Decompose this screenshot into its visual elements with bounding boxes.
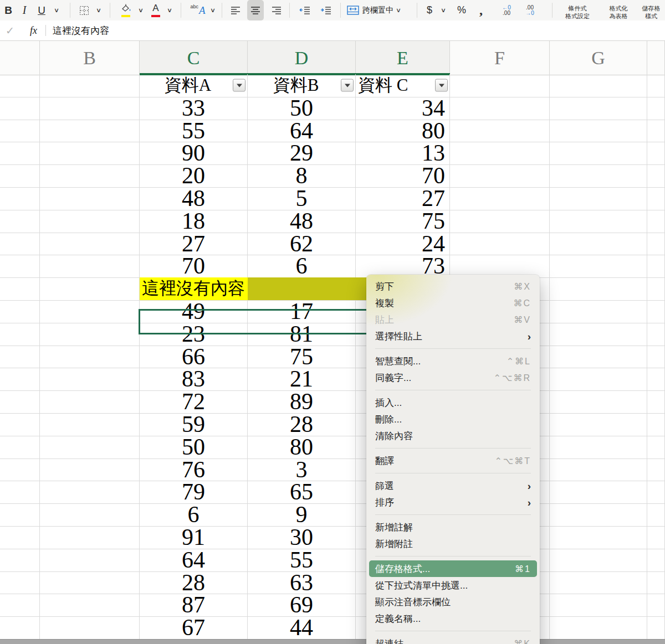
menu-item-smart-lookup[interactable]: 智慧查閱...⌃⌘L (366, 353, 540, 369)
cell-G4[interactable] (550, 142, 647, 165)
cell-G21[interactable] (550, 526, 647, 549)
cell-B15[interactable] (40, 390, 140, 414)
currency-format-button[interactable]: $ (423, 0, 436, 20)
cell-G19[interactable] (550, 481, 647, 504)
cell-B2[interactable] (40, 97, 140, 120)
cell-edgeR24[interactable] (647, 594, 665, 617)
cell-edgeR9[interactable] (647, 255, 665, 278)
cell-B17[interactable] (40, 436, 140, 459)
menu-item-cut[interactable]: 剪下⌘X (366, 278, 540, 295)
cell-D24[interactable]: 69 (248, 594, 356, 617)
fill-color-button[interactable] (117, 0, 134, 20)
cell-D14[interactable]: 21 (248, 368, 356, 391)
cell-F8[interactable] (450, 233, 550, 256)
cell-C13[interactable]: 66 (140, 346, 248, 369)
cell-B24[interactable] (40, 594, 140, 617)
cell-B22[interactable] (40, 549, 140, 572)
menu-item-clear-contents[interactable]: 清除內容 (366, 427, 540, 444)
text-effects-dropdown-chevron-icon[interactable]: ∨ (207, 0, 218, 20)
cell-G9[interactable] (550, 255, 647, 278)
cell-G22[interactable] (550, 549, 647, 572)
cell-C4[interactable]: 90 (140, 142, 248, 165)
cell-F5[interactable] (450, 164, 550, 188)
cell-B4[interactable] (40, 142, 140, 165)
cell-edgeR18[interactable] (647, 458, 665, 482)
align-left-button[interactable] (227, 0, 244, 20)
menu-item-define-name[interactable]: 定義名稱... (366, 610, 540, 627)
align-right-button[interactable] (268, 0, 285, 20)
cell-D22[interactable]: 55 (248, 549, 356, 572)
cell-D17[interactable]: 80 (248, 436, 356, 459)
cell-C3[interactable]: 55 (140, 120, 248, 143)
menu-item-new-note[interactable]: 新增附註 (366, 535, 540, 552)
cell-E8[interactable]: 24 (356, 233, 450, 256)
menu-item-hyperlink[interactable]: 超連結...⌘K (366, 635, 540, 644)
cell-B23[interactable] (40, 571, 140, 595)
cell-F2[interactable] (450, 97, 550, 120)
column-header-B[interactable]: B (40, 41, 140, 75)
cell-G2[interactable] (550, 97, 647, 120)
menu-item-show-phonetic-field[interactable]: 顯示注音標示欄位 (366, 594, 540, 610)
cell-G16[interactable] (550, 413, 647, 436)
menu-item-paste[interactable]: 貼上⌘V (366, 311, 540, 328)
cell-B10[interactable] (40, 277, 140, 301)
cell-D25[interactable]: 44 (248, 616, 356, 639)
cell-C21[interactable]: 91 (140, 526, 248, 549)
cell-edgeL22[interactable] (0, 549, 40, 572)
borders-dropdown-chevron-icon[interactable]: ∨ (93, 0, 104, 20)
cell-F3[interactable] (450, 120, 550, 143)
cell-D18[interactable]: 3 (248, 458, 356, 482)
cell-D13[interactable]: 75 (248, 346, 356, 369)
cell-edgeR19[interactable] (647, 481, 665, 504)
cell-E5[interactable]: 70 (356, 164, 450, 188)
cell-edgeL8[interactable] (0, 233, 40, 256)
filter-button-C[interactable] (233, 79, 245, 92)
percent-format-button[interactable]: % (454, 0, 469, 20)
cell-edgeL3[interactable] (0, 120, 40, 143)
cell-edgeL6[interactable] (0, 187, 40, 210)
cell-C12[interactable]: 23 (140, 323, 248, 346)
format-as-table-button[interactable]: 格式化 為表格 (601, 0, 636, 22)
menu-item-sort[interactable]: 排序› (366, 494, 540, 511)
cell-C14[interactable]: 83 (140, 368, 248, 391)
cell-B16[interactable] (40, 413, 140, 436)
cell-C1[interactable]: 資料A (140, 74, 248, 97)
cell-G7[interactable] (550, 210, 647, 233)
menu-item-translate[interactable]: 翻譯⌃⌥⌘T (366, 452, 540, 469)
cell-E1[interactable]: 資料 C (356, 74, 450, 97)
increase-decimal-button[interactable]: ←0.00 (497, 0, 516, 20)
cell-D21[interactable]: 30 (248, 526, 356, 549)
cell-B6[interactable] (40, 187, 140, 210)
cell-G20[interactable] (550, 503, 647, 527)
cell-edgeR1[interactable] (647, 74, 665, 97)
menu-item-pick-from-dropdown-list[interactable]: 從下拉式清單中挑選... (366, 577, 540, 594)
cell-B14[interactable] (40, 368, 140, 391)
cell-D7[interactable]: 48 (248, 210, 356, 233)
cell-edgeL13[interactable] (0, 346, 40, 369)
cell-D12[interactable]: 81 (248, 323, 356, 346)
cell-D6[interactable]: 5 (248, 187, 356, 210)
cell-D11[interactable]: 17 (248, 300, 356, 323)
cell-E2[interactable]: 34 (356, 97, 450, 120)
italic-button[interactable]: I (18, 0, 31, 20)
cell-G17[interactable] (550, 436, 647, 459)
cell-G23[interactable] (550, 571, 647, 595)
underline-dropdown-chevron-icon[interactable]: ∨ (51, 0, 62, 20)
cell-C17[interactable]: 50 (140, 436, 248, 459)
cell-B18[interactable] (40, 458, 140, 482)
filter-button-D[interactable] (341, 79, 354, 92)
cell-G12[interactable] (550, 323, 647, 346)
borders-button[interactable] (76, 0, 92, 20)
merge-center-button[interactable]: 跨欄置中 ∨ (347, 0, 401, 20)
cell-C19[interactable]: 79 (140, 481, 248, 504)
formula-input[interactable]: 這裡沒有內容 (53, 20, 109, 40)
cell-B19[interactable] (40, 481, 140, 504)
cell-G1[interactable] (550, 74, 647, 97)
cell-G10[interactable] (550, 277, 647, 301)
cell-edgeL5[interactable] (0, 164, 40, 188)
column-header-edge-right[interactable] (647, 41, 665, 75)
cell-D19[interactable]: 65 (248, 481, 356, 504)
cell-edgeR4[interactable] (647, 142, 665, 165)
cell-C7[interactable]: 18 (140, 210, 248, 233)
bold-button[interactable]: B (1, 0, 16, 20)
